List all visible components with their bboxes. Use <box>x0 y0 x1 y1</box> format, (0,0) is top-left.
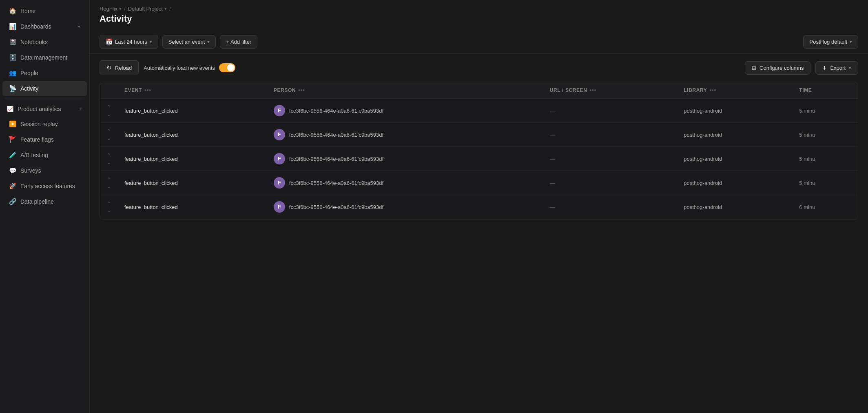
sidebar-item-notebooks[interactable]: 📓 Notebooks <box>2 35 87 49</box>
url-screen-value: — <box>550 204 555 210</box>
product-analytics-add-button[interactable]: ＋ <box>75 103 87 115</box>
library-name: posthog-android <box>684 108 722 114</box>
th-library-more[interactable]: ••• <box>709 87 716 93</box>
time-filter-chevron: ▾ <box>150 39 152 44</box>
session-replay-icon: ▶️ <box>9 120 16 128</box>
time-cell: 5 minu <box>793 123 858 147</box>
event-name: feature_button_clicked <box>124 108 178 114</box>
person-cell: F fcc3f6bc-9556-464e-a0a6-61fc9ba593df <box>267 171 543 195</box>
library-name: posthog-android <box>684 204 722 210</box>
event-cell: feature_button_clicked <box>118 99 267 123</box>
sidebar-item-data-pipeline-label: Data pipeline <box>20 198 54 205</box>
sidebar-item-data-management-label: Data management <box>20 54 67 61</box>
time-cell: 6 minu <box>793 195 858 219</box>
sidebar-item-activity[interactable]: 📡 Activity <box>2 81 87 96</box>
event-filter-button[interactable]: Select an event ▾ <box>162 35 216 49</box>
sidebar-divider-1 <box>5 99 84 99</box>
sidebar-item-surveys-label: Surveys <box>20 167 41 174</box>
avatar: F <box>274 201 285 213</box>
sidebar-item-data-pipeline[interactable]: 🔗 Data pipeline <box>2 194 87 209</box>
sidebar-item-people[interactable]: 👥 People <box>2 66 87 80</box>
url-screen-cell: — <box>543 195 677 219</box>
sidebar-item-people-label: People <box>20 70 38 76</box>
table-row[interactable]: ⌃ ⌃ feature_button_clicked F fcc3f6bc-95… <box>100 99 858 123</box>
sidebar-item-product-analytics[interactable]: 📈 Product analytics <box>2 102 75 116</box>
person-id[interactable]: fcc3f6bc-9556-464e-a0a6-61fc9ba593df <box>289 156 383 162</box>
url-screen-cell: — <box>543 147 677 171</box>
person-id[interactable]: fcc3f6bc-9556-464e-a0a6-61fc9ba593df <box>289 108 383 114</box>
expand-icon[interactable]: ⌃ ⌃ <box>106 177 111 189</box>
auto-load-toggle[interactable] <box>219 63 235 72</box>
breadcrumb-hogflix[interactable]: HogFlix ▾ <box>100 6 122 12</box>
sidebar-item-early-access[interactable]: 🚀 Early access features <box>2 179 87 193</box>
sidebar-item-ab-testing[interactable]: 🧪 A/B testing <box>2 148 87 162</box>
cluster-selector-button[interactable]: PostHog default ▾ <box>803 35 858 49</box>
th-url-label: URL / SCREEN <box>550 87 587 93</box>
content-area: ↻ Reload Automatically load new events ⊞… <box>90 54 868 413</box>
sidebar-item-product-analytics-row: 📈 Product analytics ＋ <box>2 102 87 116</box>
breadcrumb-hogflix-chevron: ▾ <box>119 6 122 11</box>
table-row[interactable]: ⌃ ⌃ feature_button_clicked F fcc3f6bc-95… <box>100 147 858 171</box>
event-filter-chevron: ▾ <box>207 39 210 44</box>
expand-icon[interactable]: ⌃ ⌃ <box>106 129 111 141</box>
th-expand <box>100 82 118 99</box>
th-library-label: LIBRARY <box>684 87 707 93</box>
breadcrumb-project-label: Default Project <box>128 6 163 12</box>
table-body: ⌃ ⌃ feature_button_clicked F fcc3f6bc-95… <box>100 99 858 219</box>
time-filter-button[interactable]: 📅 Last 24 hours ▾ <box>100 35 158 49</box>
export-button[interactable]: ⬇ Export ▾ <box>815 61 858 75</box>
configure-columns-label: Configure columns <box>760 65 804 71</box>
sidebar-item-product-analytics-label: Product analytics <box>18 106 61 112</box>
th-event: EVENT ••• <box>118 82 267 99</box>
table-row[interactable]: ⌃ ⌃ feature_button_clicked F fcc3f6bc-95… <box>100 171 858 195</box>
sidebar-item-session-replay[interactable]: ▶️ Session replay <box>2 117 87 131</box>
early-access-icon: 🚀 <box>9 182 16 190</box>
table-row[interactable]: ⌃ ⌃ feature_button_clicked F fcc3f6bc-95… <box>100 123 858 147</box>
expand-cell: ⌃ ⌃ <box>100 195 118 219</box>
library-cell: posthog-android <box>677 123 793 147</box>
th-url-more[interactable]: ••• <box>590 87 597 93</box>
th-event-more[interactable]: ••• <box>144 87 151 93</box>
event-cell: feature_button_clicked <box>118 195 267 219</box>
time-value: 5 minu <box>799 156 815 162</box>
time-cell: 5 minu <box>793 147 858 171</box>
configure-icon: ⊞ <box>752 65 756 71</box>
th-event-label: EVENT <box>124 87 142 93</box>
reload-button[interactable]: ↻ Reload <box>100 60 139 75</box>
table-row[interactable]: ⌃ ⌃ feature_button_clicked F fcc3f6bc-95… <box>100 195 858 219</box>
time-value: 5 minu <box>799 180 815 186</box>
chevron-down-icon: ▾ <box>78 24 80 29</box>
person-id[interactable]: fcc3f6bc-9556-464e-a0a6-61fc9ba593df <box>289 132 383 138</box>
events-table-container: EVENT ••• PERSON ••• URL <box>100 82 858 220</box>
people-icon: 👥 <box>9 69 16 77</box>
event-cell: feature_button_clicked <box>118 123 267 147</box>
ab-testing-icon: 🧪 <box>9 151 16 159</box>
sidebar-item-home[interactable]: 🏠 Home <box>2 4 87 18</box>
time-cell: 5 minu <box>793 171 858 195</box>
person-id[interactable]: fcc3f6bc-9556-464e-a0a6-61fc9ba593df <box>289 180 383 186</box>
secondary-toolbar: ↻ Reload Automatically load new events ⊞… <box>100 60 858 75</box>
expand-icon[interactable]: ⌃ ⌃ <box>106 201 111 213</box>
event-filter-label: Select an event <box>168 39 205 45</box>
th-person-more[interactable]: ••• <box>298 87 305 93</box>
person-id[interactable]: fcc3f6bc-9556-464e-a0a6-61fc9ba593df <box>289 204 383 210</box>
sidebar: 🏠 Home 📊 Dashboards ▾ 📓 Notebooks 🗄️ Dat… <box>0 0 90 413</box>
data-pipeline-icon: 🔗 <box>9 198 16 205</box>
sidebar-item-feature-flags[interactable]: 🚩 Feature flags <box>2 132 87 147</box>
sidebar-item-surveys[interactable]: 💬 Surveys <box>2 163 87 178</box>
person-cell: F fcc3f6bc-9556-464e-a0a6-61fc9ba593df <box>267 147 543 171</box>
add-filter-button[interactable]: + Add filter <box>220 35 257 49</box>
breadcrumb-project[interactable]: Default Project ▾ <box>128 6 167 12</box>
expand-icon[interactable]: ⌃ ⌃ <box>106 104 111 117</box>
expand-icon[interactable]: ⌃ ⌃ <box>106 153 111 165</box>
time-value: 5 minu <box>799 108 815 114</box>
notebooks-icon: 📓 <box>9 38 16 46</box>
breadcrumb-sep-2: / <box>169 6 171 12</box>
configure-columns-button[interactable]: ⊞ Configure columns <box>745 61 810 75</box>
person-cell: F fcc3f6bc-9556-464e-a0a6-61fc9ba593df <box>267 99 543 123</box>
sidebar-item-dashboards[interactable]: 📊 Dashboards ▾ <box>2 19 87 34</box>
auto-load-control: Automatically load new events <box>144 63 235 72</box>
sidebar-item-data-management[interactable]: 🗄️ Data management <box>2 50 87 65</box>
calendar-icon: 📅 <box>106 38 113 45</box>
sidebar-item-activity-label: Activity <box>20 85 38 92</box>
